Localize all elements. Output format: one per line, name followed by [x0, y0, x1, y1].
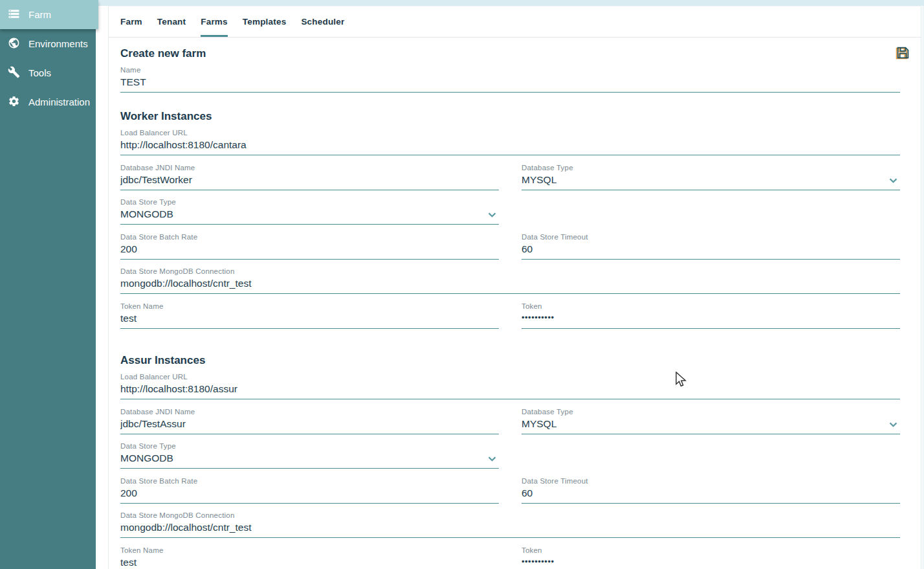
globe-icon: [8, 37, 20, 51]
empty-cell: [522, 198, 900, 233]
worker-timeout-field: Data Store Timeout: [522, 233, 900, 260]
assur-mongodb-connection-field: Data Store MongoDB Connection: [120, 511, 900, 538]
field-label: Database JNDI Name: [120, 408, 499, 416]
main-card: Farm Tenant Farms Templates Scheduler Cr…: [108, 6, 921, 569]
worker-token-name-input[interactable]: [120, 311, 499, 328]
tab-templates[interactable]: Templates: [243, 6, 287, 37]
field-label: Load Balancer URL: [120, 129, 900, 137]
worker-load-balancer-url-input[interactable]: [120, 137, 900, 155]
assur-data-store-type-select[interactable]: Data Store Type MONGODB: [120, 442, 499, 469]
worker-database-jndi-field: Database JNDI Name: [120, 164, 499, 190]
worker-load-balancer-url-field: Load Balancer URL: [120, 129, 900, 155]
assur-load-balancer-url-input[interactable]: [120, 381, 900, 399]
field-label: Data Store Batch Rate: [120, 233, 499, 241]
worker-token-field: Token: [522, 302, 900, 329]
field-label: Token Name: [120, 546, 499, 555]
worker-database-jndi-input[interactable]: [120, 172, 499, 190]
sidebar: Farm Environments Tools Administration: [0, 0, 96, 569]
sidebar-item-administration[interactable]: Administration: [0, 87, 96, 117]
sidebar-item-farm[interactable]: Farm: [0, 0, 98, 29]
worker-batch-rate-field: Data Store Batch Rate: [120, 233, 499, 260]
field-label: Name: [120, 66, 900, 74]
worker-mongodb-connection-input[interactable]: [120, 276, 900, 293]
worker-mongodb-connection-field: Data Store MongoDB Connection: [120, 267, 900, 294]
assur-mongodb-connection-input[interactable]: [120, 520, 900, 537]
name-field: Name: [120, 66, 900, 93]
sidebar-item-label: Environments: [28, 38, 88, 49]
field-label: Token: [522, 302, 900, 311]
field-label: Token Name: [120, 302, 499, 311]
tab-farm[interactable]: Farm: [120, 6, 142, 37]
field-label: Load Balancer URL: [120, 373, 900, 381]
page-title: Create new farm: [120, 47, 900, 60]
field-label: Data Store Timeout: [522, 233, 900, 241]
field-label: Token: [522, 546, 900, 555]
chevron-down-icon: [888, 175, 899, 186]
worker-database-type-select[interactable]: Database Type MYSQL: [522, 164, 900, 190]
assur-timeout-input[interactable]: [522, 485, 900, 503]
field-label: Database Type: [522, 164, 900, 172]
field-label: Database Type: [522, 408, 900, 416]
sidebar-item-label: Administration: [28, 96, 90, 107]
selected-value: MYSQL: [522, 416, 900, 434]
empty-cell: [522, 442, 900, 477]
worker-data-store-type-select[interactable]: Data Store Type MONGODB: [120, 198, 499, 225]
selected-value: MONGODB: [120, 451, 499, 468]
field-label: Data Store Type: [120, 198, 499, 206]
assur-token-name-input[interactable]: [120, 555, 499, 569]
tab-farms[interactable]: Farms: [201, 6, 228, 37]
tab-tenant[interactable]: Tenant: [157, 6, 186, 37]
field-label: Database JNDI Name: [120, 164, 499, 172]
assur-timeout-field: Data Store Timeout: [522, 477, 900, 504]
field-label: Data Store Type: [120, 442, 499, 451]
selected-value: MONGODB: [120, 206, 499, 224]
storage-icon: [8, 8, 20, 22]
sidebar-item-label: Tools: [28, 67, 51, 78]
chevron-down-icon: [487, 209, 498, 220]
assur-load-balancer-url-field: Load Balancer URL: [120, 373, 900, 399]
tab-scheduler[interactable]: Scheduler: [301, 6, 344, 37]
chevron-down-icon: [888, 419, 899, 430]
wrench-icon: [8, 66, 20, 80]
assur-token-field: Token: [522, 546, 900, 569]
field-label: Data Store Timeout: [522, 477, 900, 485]
field-label: Data Store MongoDB Connection: [120, 511, 900, 520]
field-label: Data Store Batch Rate: [120, 477, 499, 485]
field-label: Data Store MongoDB Connection: [120, 267, 900, 276]
background-top-band: [98, 0, 924, 6]
worker-token-input[interactable]: [522, 311, 900, 326]
assur-database-jndi-input[interactable]: [120, 416, 499, 434]
app-window: Farm Environments Tools Administration F…: [0, 0, 924, 569]
assur-batch-rate-input[interactable]: [120, 485, 499, 503]
gear-icon: [8, 95, 20, 109]
worker-token-name-field: Token Name: [120, 302, 499, 329]
create-farm-form: Create new farm Name Worker Instances Lo…: [109, 47, 921, 569]
name-input[interactable]: [120, 74, 900, 92]
section-title-worker: Worker Instances: [120, 110, 900, 123]
sidebar-item-label: Farm: [28, 9, 51, 20]
tab-bar: Farm Tenant Farms Templates Scheduler: [109, 6, 921, 38]
sidebar-item-environments[interactable]: Environments: [0, 29, 96, 58]
chevron-down-icon: [487, 453, 498, 464]
selected-value: MYSQL: [522, 172, 900, 190]
worker-batch-rate-input[interactable]: [120, 241, 499, 259]
worker-timeout-input[interactable]: [522, 241, 900, 259]
assur-batch-rate-field: Data Store Batch Rate: [120, 477, 499, 504]
assur-database-jndi-field: Database JNDI Name: [120, 408, 499, 434]
assur-token-name-field: Token Name: [120, 546, 499, 569]
section-title-assur: Assur Instances: [120, 354, 900, 367]
sidebar-item-tools[interactable]: Tools: [0, 58, 96, 87]
assur-token-input[interactable]: [522, 555, 900, 569]
assur-database-type-select[interactable]: Database Type MYSQL: [522, 408, 900, 434]
